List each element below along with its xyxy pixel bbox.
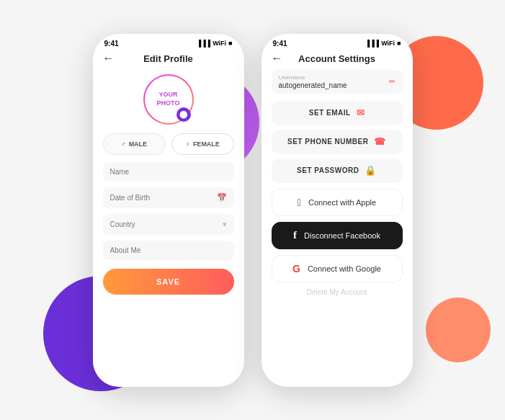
edit-icon[interactable]: ✏	[389, 77, 395, 86]
camera-badge[interactable]: ⬤	[176, 107, 191, 122]
email-icon: ✉	[357, 107, 365, 118]
blob-orange-right2	[426, 298, 491, 362]
female-icon: ♀	[185, 140, 190, 148]
apple-label: Connect with Apple	[308, 198, 376, 207]
account-settings-title: Account Settings	[298, 53, 375, 64]
status-icons-left: ▐▐▐ WiFi ■	[197, 40, 233, 47]
facebook-icon: f	[293, 229, 297, 241]
male-label: MALE	[129, 140, 148, 148]
gender-row: ♂ MALE ♀ FEMALE	[103, 133, 234, 155]
edit-profile-content: YOUR PHOTO ⬤ ♂ MALE ♀ FEMALE 📅	[93, 70, 244, 387]
set-password-label: SET PASSWORD	[297, 166, 359, 174]
google-icon: G	[292, 263, 300, 274]
username-value: autogenerated_name	[279, 81, 347, 89]
country-input[interactable]	[110, 220, 223, 228]
avatar-circle[interactable]: YOUR PHOTO ⬤	[143, 74, 194, 125]
facebook-disconnect-button[interactable]: f Disconnect Facebook	[272, 222, 403, 249]
phone-icon: ☎	[374, 136, 386, 147]
facebook-label: Disconnect Facebook	[304, 231, 380, 240]
avatar-container: YOUR PHOTO ⬤	[103, 74, 234, 125]
lock-icon: 🔒	[365, 165, 377, 176]
edit-profile-phone: 9:41 ▐▐▐ WiFi ■ ← Edit Profile YOUR PHOT…	[93, 34, 244, 387]
social-section:  Connect with Apple f Disconnect Facebo…	[272, 189, 403, 282]
edit-profile-title: Edit Profile	[143, 53, 193, 64]
dob-field: 📅	[103, 187, 234, 208]
edit-profile-header: ← Edit Profile	[93, 50, 244, 70]
save-button[interactable]: SAVE	[103, 269, 234, 295]
battery-icon: ■	[228, 40, 232, 47]
set-email-button[interactable]: SET EMAIL ✉	[272, 101, 403, 125]
country-field: ▾	[103, 214, 234, 235]
male-button[interactable]: ♂ MALE	[103, 133, 166, 155]
google-label: Connect with Google	[308, 264, 381, 273]
about-field	[103, 241, 234, 260]
account-settings-phone: 9:41 ▐▐▐ WiFi ■ ← Account Settings Usern…	[262, 34, 413, 387]
female-label: FEMALE	[193, 140, 220, 148]
apple-icon: 	[298, 197, 301, 208]
name-input[interactable]	[110, 168, 227, 176]
delete-account-button[interactable]: Delete My Account	[272, 288, 403, 296]
status-icons-right: ▐▐▐ WiFi ■	[365, 40, 401, 47]
dob-input[interactable]	[110, 194, 217, 202]
account-settings-content: Username autogenerated_name ✏ SET EMAIL …	[262, 70, 413, 387]
username-field: Username autogenerated_name ✏	[272, 70, 403, 94]
back-button-left[interactable]: ←	[103, 52, 115, 65]
time-left: 9:41	[104, 40, 119, 48]
set-password-button[interactable]: SET PASSWORD 🔒	[272, 158, 403, 183]
female-button[interactable]: ♀ FEMALE	[171, 133, 234, 155]
apple-connect-button[interactable]:  Connect with Apple	[272, 189, 403, 216]
battery-icon-right: ■	[397, 40, 401, 47]
username-label: Username	[279, 74, 347, 81]
signal-icon: ▐▐▐	[197, 40, 210, 47]
avatar-text: YOUR PHOTO	[157, 91, 180, 107]
wifi-icon-right: WiFi	[381, 40, 395, 47]
male-icon: ♂	[121, 140, 126, 148]
google-connect-button[interactable]: G Connect with Google	[272, 255, 403, 282]
username-info: Username autogenerated_name	[279, 74, 347, 89]
name-field	[103, 162, 234, 182]
time-right: 9:41	[273, 40, 287, 48]
chevron-down-icon: ▾	[223, 220, 227, 229]
wifi-icon: WiFi	[213, 40, 226, 47]
calendar-icon: 📅	[217, 193, 227, 202]
signal-icon-right: ▐▐▐	[365, 40, 379, 47]
about-input[interactable]	[110, 246, 227, 254]
back-button-right[interactable]: ←	[272, 52, 283, 65]
set-phone-button[interactable]: SET PHONE NUMBER ☎	[272, 130, 403, 154]
set-phone-label: SET PHONE NUMBER	[287, 138, 368, 146]
status-bar-left: 9:41 ▐▐▐ WiFi ■	[93, 34, 244, 50]
camera-icon: ⬤	[179, 110, 187, 119]
set-email-label: SET EMAIL	[309, 109, 351, 117]
account-settings-header: ← Account Settings	[262, 50, 413, 70]
status-bar-right: 9:41 ▐▐▐ WiFi ■	[262, 34, 413, 50]
